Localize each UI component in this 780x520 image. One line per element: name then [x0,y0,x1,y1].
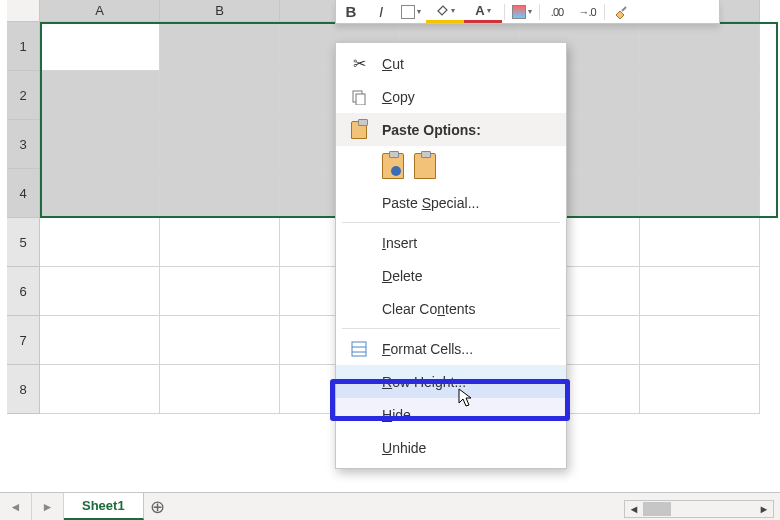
cell-A2[interactable] [40,71,160,120]
scroll-left-icon[interactable]: ◄ [625,501,643,517]
cell-A6[interactable] [40,267,160,316]
cell-B4[interactable] [160,169,280,218]
col-header-A[interactable]: A [40,0,160,22]
menu-delete[interactable]: Delete [336,259,566,292]
sheet-tab-active[interactable]: Sheet1 [64,493,144,520]
menu-hide[interactable]: Hide [336,398,566,431]
scroll-track[interactable] [643,501,755,517]
cell-B3[interactable] [160,120,280,169]
cell-A8[interactable] [40,365,160,414]
cell-B6[interactable] [160,267,280,316]
menu-insert[interactable]: Insert [336,226,566,259]
copy-icon [336,89,382,105]
paste-options-row [336,146,566,186]
italic-button[interactable]: I [366,0,396,23]
menu-format-cells[interactable]: Format Cells... [336,332,566,365]
cell-B2[interactable] [160,71,280,120]
mini-toolbar: B I ▾ ▾ A▾ ▾ .00 →.0 [335,0,720,24]
menu-row-height[interactable]: Row Height... [336,365,566,398]
menu-copy[interactable]: Copy [336,80,566,113]
row-header-5[interactable]: 5 [7,218,40,267]
format-painter-button[interactable] [607,0,637,23]
paste-option-values[interactable] [414,153,436,179]
horizontal-scrollbar[interactable]: ◄ ► [624,500,774,518]
add-sheet-button[interactable]: ⊕ [144,493,172,520]
svg-rect-2 [352,342,366,356]
row-header-4[interactable]: 4 [7,169,40,218]
cell-F6[interactable] [640,267,760,316]
col-header-B[interactable]: B [160,0,280,22]
menu-separator [342,222,560,223]
paint-brush-icon [614,5,630,19]
menu-clear-contents[interactable]: Clear Contents [336,292,566,325]
cell-F3[interactable] [640,120,760,169]
tab-nav-next[interactable]: ► [32,493,64,520]
cell-A1[interactable] [40,22,160,71]
cell-F1[interactable] [640,22,760,71]
cell-styles-button[interactable]: ▾ [507,0,537,23]
decrease-decimal-button[interactable]: →.0 [572,0,602,23]
scroll-right-icon[interactable]: ► [755,501,773,517]
cell-B8[interactable] [160,365,280,414]
cell-A4[interactable] [40,169,160,218]
menu-paste-options-header: Paste Options: [336,113,566,146]
cell-A7[interactable] [40,316,160,365]
cell-A5[interactable] [40,218,160,267]
row-header-8[interactable]: 8 [7,365,40,414]
font-color-button[interactable]: A▾ [464,0,502,23]
paste-option-standard[interactable] [382,153,404,179]
cell-B1[interactable] [160,22,280,71]
menu-cut[interactable]: ✂ Cut [336,47,566,80]
menu-paste-special[interactable]: Paste Special... [336,186,566,219]
cell-A3[interactable] [40,120,160,169]
scroll-thumb[interactable] [643,502,671,516]
bold-button[interactable]: B [336,0,366,23]
menu-separator [342,328,560,329]
paint-bucket-icon [435,3,449,17]
fill-color-button[interactable]: ▾ [426,0,464,23]
row-header-6[interactable]: 6 [7,267,40,316]
border-button[interactable]: ▾ [396,0,426,23]
context-menu: ✂ Cut Copy Paste Options: Paste Special.… [335,42,567,469]
row-header-2[interactable]: 2 [7,71,40,120]
cell-B5[interactable] [160,218,280,267]
tab-nav-prev[interactable]: ◄ [0,493,32,520]
paste-icon [336,121,382,139]
cell-B7[interactable] [160,316,280,365]
increase-decimal-button[interactable]: .00 [542,0,572,23]
cell-F8[interactable] [640,365,760,414]
row-header-1[interactable]: 1 [7,22,40,71]
row-header-3[interactable]: 3 [7,120,40,169]
row-header-7[interactable]: 7 [7,316,40,365]
cell-F5[interactable] [640,218,760,267]
cell-F2[interactable] [640,71,760,120]
select-all-corner[interactable] [7,0,40,22]
cut-icon: ✂ [336,54,382,73]
cell-F7[interactable] [640,316,760,365]
svg-rect-1 [356,94,365,105]
format-cells-icon [336,341,382,357]
menu-unhide[interactable]: Unhide [336,431,566,464]
cell-F4[interactable] [640,169,760,218]
